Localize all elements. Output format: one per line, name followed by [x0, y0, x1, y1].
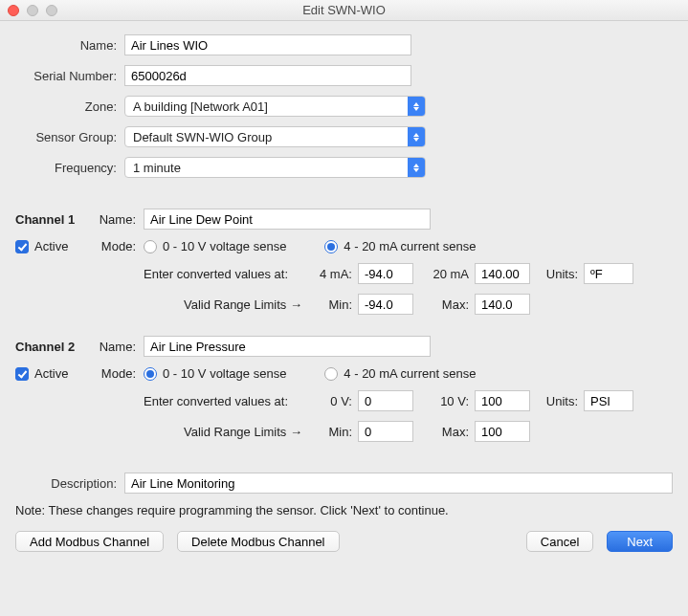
- channel2-units-label: Units:: [530, 394, 584, 408]
- channel1-units-input[interactable]: [584, 263, 633, 284]
- serial-label: Serial Number:: [15, 69, 124, 83]
- description-input[interactable]: [124, 473, 673, 494]
- channel1-mode-current[interactable]: 4 - 20 mA current sense: [324, 239, 476, 253]
- channel1-high-label: 20 mA: [419, 267, 475, 281]
- channel2-units-input[interactable]: [584, 390, 633, 411]
- channel1-min-label: Min:: [304, 297, 358, 312]
- titlebar: Edit SWN-WIO: [0, 0, 688, 21]
- channel1-name-input[interactable]: [144, 209, 431, 230]
- channel2-high-label: 10 V:: [419, 394, 475, 408]
- window-controls: [0, 5, 57, 16]
- description-label: Description:: [15, 476, 124, 491]
- sensor-group-select[interactable]: Default SWN-WIO Group: [124, 126, 426, 147]
- channel2-mode-voltage[interactable]: 0 - 10 V voltage sense: [144, 366, 286, 381]
- zoom-icon: [46, 5, 57, 16]
- channel2-name-input[interactable]: [144, 336, 431, 357]
- channel1-conv-label: Enter converted values at:: [144, 267, 304, 281]
- serial-input[interactable]: [124, 65, 411, 86]
- chevron-updown-icon: [408, 158, 425, 177]
- channel1-min-input[interactable]: [358, 294, 413, 315]
- channel2-max-label: Max:: [419, 425, 475, 439]
- minimize-icon: [27, 5, 38, 16]
- cancel-button[interactable]: Cancel: [526, 531, 593, 552]
- channel2-vrl-label: Valid Range Limits →: [144, 425, 304, 439]
- channel2-mode-current[interactable]: 4 - 20 mA current sense: [324, 366, 476, 381]
- chevron-updown-icon: [408, 97, 425, 116]
- channel1-header: Channel 1: [15, 212, 94, 227]
- frequency-value: 1 minute: [125, 161, 408, 175]
- zone-label: Zone:: [15, 99, 124, 114]
- channel1-name-label: Name:: [94, 212, 144, 227]
- next-button[interactable]: Next: [607, 531, 673, 552]
- add-modbus-button[interactable]: Add Modbus Channel: [15, 531, 164, 552]
- channel2-min-label: Min:: [304, 425, 358, 439]
- channel1-max-label: Max:: [419, 297, 475, 312]
- channel2-name-label: Name:: [94, 340, 144, 354]
- channel1-high-input[interactable]: [475, 263, 530, 284]
- channel1-max-input[interactable]: [475, 294, 530, 315]
- channel1-vrl-label: Valid Range Limits →: [144, 297, 304, 312]
- channel2-active-label: Active: [34, 366, 68, 381]
- frequency-select[interactable]: 1 minute: [124, 157, 426, 178]
- sensor-group-label: Sensor Group:: [15, 130, 124, 144]
- channel2-high-input[interactable]: [475, 390, 530, 411]
- channel2-low-input[interactable]: [358, 390, 413, 411]
- channel2-min-input[interactable]: [358, 421, 413, 442]
- channel1-active-checkbox[interactable]: [15, 240, 29, 253]
- channel1-mode-voltage[interactable]: 0 - 10 V voltage sense: [144, 239, 286, 253]
- close-icon[interactable]: [8, 5, 19, 16]
- name-label: Name:: [15, 38, 124, 53]
- channel2-header: Channel 2: [15, 340, 94, 354]
- note-text: Note: These changes require programming …: [15, 503, 673, 517]
- sensor-group-value: Default SWN-WIO Group: [125, 130, 408, 144]
- delete-modbus-button[interactable]: Delete Modbus Channel: [177, 531, 339, 552]
- name-input[interactable]: [124, 34, 411, 55]
- channel2-low-label: 0 V:: [304, 394, 358, 408]
- chevron-updown-icon: [408, 127, 425, 146]
- zone-select[interactable]: A building [Network A01]: [124, 96, 426, 117]
- channel2-active-checkbox[interactable]: [15, 367, 29, 381]
- zone-value: A building [Network A01]: [125, 99, 408, 114]
- channel2-max-input[interactable]: [475, 421, 530, 442]
- window-title: Edit SWN-WIO: [0, 3, 688, 17]
- channel1-units-label: Units:: [530, 267, 584, 281]
- channel1-low-label: 4 mA:: [304, 267, 358, 281]
- channel1-active-label: Active: [34, 239, 68, 253]
- channel2-conv-label: Enter converted values at:: [144, 394, 304, 408]
- frequency-label: Frequency:: [15, 161, 124, 175]
- channel1-low-input[interactable]: [358, 263, 413, 284]
- channel1-mode-label: Mode:: [94, 239, 144, 253]
- channel2-mode-label: Mode:: [94, 366, 144, 381]
